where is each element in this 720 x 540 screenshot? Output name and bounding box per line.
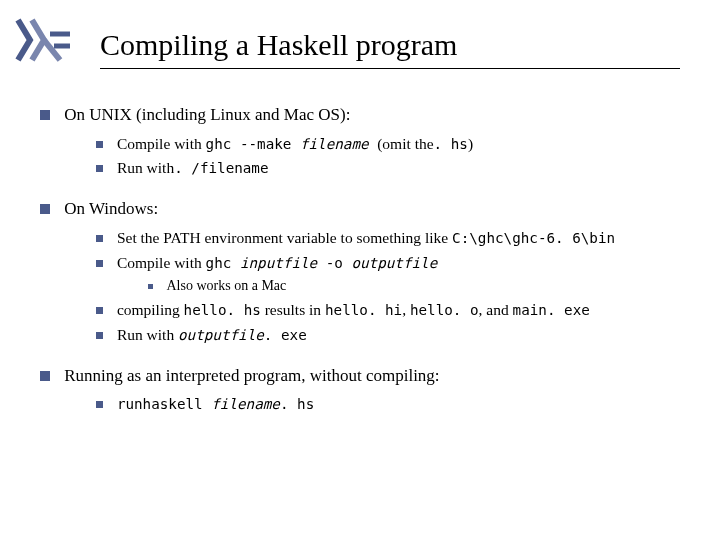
- square-bullet-icon: [96, 141, 103, 148]
- bullet-text: Set the PATH environment variable to som…: [117, 229, 615, 246]
- haskell-logo-icon: [14, 18, 74, 62]
- square-bullet-icon: [148, 284, 153, 289]
- square-bullet-icon: [96, 307, 103, 314]
- bullet-text: Running as an interpreted program, witho…: [64, 365, 439, 384]
- sub-bullet-run-win: Run with outputfile. exe: [96, 324, 700, 346]
- sub-bullet-results: compiling hello. hs results in hello. hi…: [96, 299, 700, 321]
- square-bullet-icon: [40, 110, 50, 120]
- square-bullet-icon: [40, 204, 50, 214]
- bullet-text: Compile with ghc inputfile -o outputfile: [117, 254, 437, 271]
- bullet-text: On Windows:: [64, 199, 158, 218]
- bullet-unix: On UNIX (including Linux and Mac OS):: [40, 103, 700, 127]
- square-bullet-icon: [40, 371, 50, 381]
- bullet-windows: On Windows:: [40, 197, 700, 221]
- bullet-text: Also works on a Mac: [167, 278, 287, 293]
- bullet-interpreted: Running as an interpreted program, witho…: [40, 364, 700, 388]
- sub-bullet-runhaskell: runhaskell filename. hs: [96, 393, 700, 415]
- square-bullet-icon: [96, 165, 103, 172]
- bullet-text: compiling hello. hs results in hello. hi…: [117, 301, 590, 318]
- bullet-text: Run with outputfile. exe: [117, 326, 307, 343]
- sub-bullet-run-unix: Run with. /filename: [96, 157, 700, 179]
- square-bullet-icon: [96, 235, 103, 242]
- sub-bullet-compile-unix: Compile with ghc --make filename (omit t…: [96, 133, 700, 155]
- sub-bullet-path: Set the PATH environment variable to som…: [96, 227, 700, 249]
- bullet-text: Run with. /filename: [117, 159, 269, 176]
- bullet-text: Compile with ghc --make filename (omit t…: [117, 135, 473, 152]
- slide-title: Compiling a Haskell program: [100, 28, 457, 62]
- title-rule: [100, 68, 680, 69]
- square-bullet-icon: [96, 401, 103, 408]
- svg-line-0: [44, 40, 60, 60]
- sub-sub-bullet-mac: Also works on a Mac: [148, 277, 700, 296]
- slide-content: On UNIX (including Linux and Mac OS): Co…: [40, 95, 700, 418]
- square-bullet-icon: [96, 332, 103, 339]
- bullet-text: On UNIX (including Linux and Mac OS):: [64, 105, 350, 124]
- square-bullet-icon: [96, 260, 103, 267]
- bullet-text: runhaskell filename. hs: [117, 395, 314, 412]
- sub-bullet-compile-win: Compile with ghc inputfile -o outputfile: [96, 252, 700, 274]
